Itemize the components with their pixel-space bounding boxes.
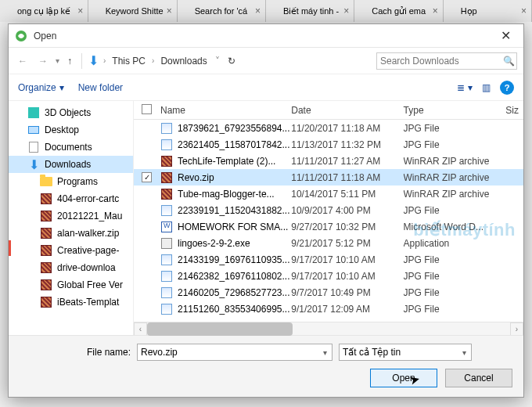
sidebar-item[interactable]: alan-walker.zip: [9, 225, 133, 242]
browser-tab[interactable]: Cach gửi ema×: [354, 0, 443, 22]
cancel-button[interactable]: Cancel: [445, 369, 512, 387]
search-input[interactable]: [377, 56, 501, 67]
sidebar-item[interactable]: 404-error-cartc: [9, 190, 133, 207]
jpg-file-icon: [160, 122, 173, 135]
filetype-combo[interactable]: Tất cả Tệp tin ▾: [339, 344, 472, 361]
sidebar-item[interactable]: Creative-page-: [9, 242, 133, 259]
navigation-pane[interactable]: 3D ObjectsDesktopDocuments⬇DownloadsProg…: [9, 101, 134, 335]
col-name[interactable]: Name: [160, 105, 291, 116]
file-type: Microsoft Word D...: [404, 222, 497, 232]
search-box[interactable]: 🔍: [376, 52, 517, 70]
table-row[interactable]: Tube-mag-Blogger-te...10/14/2017 5:11 PM…: [134, 185, 523, 202]
sidebar-item[interactable]: Desktop: [9, 121, 133, 139]
filename-input[interactable]: [141, 347, 322, 358]
zip-icon: [40, 296, 52, 308]
file-name: Revo.zip: [178, 172, 214, 183]
forward-button[interactable]: →: [35, 54, 51, 68]
tab-close-icon[interactable]: ×: [433, 5, 438, 16]
sidebar-item[interactable]: 20121221_Mau: [9, 207, 133, 225]
tab-close-icon[interactable]: ×: [521, 5, 527, 16]
sidebar-item-label: drive-downloa: [57, 262, 116, 273]
sidebar-item[interactable]: 3D Objects: [9, 104, 133, 121]
table-row[interactable]: 21433199_16976110935...9/17/2017 10:10 A…: [134, 251, 523, 268]
col-date[interactable]: Date: [291, 105, 403, 116]
open-file-dialog: Open ✕ ← → ▾ ↑ ⬇ › This PC › Downloads ˅…: [8, 23, 524, 398]
file-date: 9/17/2017 10:10 AM: [291, 271, 403, 282]
sidebar-item[interactable]: Global Free Ver: [9, 276, 133, 294]
scroll-right-button[interactable]: ›: [510, 322, 523, 336]
row-checkbox[interactable]: ✓: [142, 172, 152, 182]
file-type: WinRAR ZIP archive: [404, 189, 497, 200]
file-date: 11/20/2017 11:18 AM: [291, 123, 403, 134]
preview-pane-toggle[interactable]: ▥: [482, 82, 491, 93]
address-bar: ← → ▾ ↑ ⬇ › This PC › Downloads ˅ ↻ 🔍: [9, 48, 523, 74]
browser-tab[interactable]: Keyword Shitte×: [88, 0, 177, 22]
docs-icon: [27, 141, 40, 153]
toolbar: Organize ▾ New folder ≣ ▾ ▥ ?: [9, 74, 523, 101]
tab-close-icon[interactable]: ×: [255, 5, 261, 16]
file-date: 10/14/2017 5:11 PM: [291, 189, 403, 200]
file-type: JPG File: [404, 205, 497, 216]
file-date: 9/1/2017 12:09 AM: [291, 304, 403, 315]
sidebar-item[interactable]: Documents: [9, 139, 133, 156]
table-row[interactable]: 21462382_16976110802...9/17/2017 10:10 A…: [134, 268, 523, 284]
close-button[interactable]: ✕: [494, 25, 517, 46]
table-row[interactable]: 21460205_72968527723...9/7/2017 10:49 PM…: [134, 284, 523, 301]
new-folder-button[interactable]: New folder: [78, 82, 123, 93]
browser-tab[interactable]: Biết máy tinh -×: [266, 0, 354, 22]
file-name: 21462382_16976110802...: [178, 271, 289, 282]
table-row[interactable]: HOMEWORK FOR SMA...9/27/2017 10:32 PMMic…: [134, 218, 523, 235]
sidebar-item[interactable]: drive-downloa: [9, 259, 133, 276]
help-button[interactable]: ?: [500, 81, 514, 95]
dialog-title: Open: [34, 31, 56, 41]
column-headers[interactable]: Name Date Type Siz: [134, 101, 523, 120]
open-button[interactable]: Open: [370, 369, 437, 387]
col-type[interactable]: Type: [404, 105, 497, 116]
filename-combo[interactable]: ▾: [137, 344, 332, 361]
filetype-dropdown-icon[interactable]: ▾: [461, 348, 468, 357]
sidebar-item[interactable]: ⬇Downloads: [9, 156, 133, 173]
sidebar-item[interactable]: iBeats-Templat: [9, 294, 133, 311]
browser-tab[interactable]: Họp×: [444, 0, 532, 22]
table-row[interactable]: 18739621_67923556894...11/20/2017 11:18 …: [134, 120, 523, 136]
table-row[interactable]: 22339191_11520431882...10/9/2017 4:00 PM…: [134, 202, 523, 218]
zip-icon: [40, 244, 52, 257]
app-icon: [15, 30, 27, 42]
sidebar-item-label: 404-error-cartc: [57, 193, 119, 204]
filename-dropdown-icon[interactable]: ▾: [322, 348, 329, 357]
filetype-value: Tất cả Tệp tin: [343, 347, 401, 358]
path-downloads[interactable]: Downloads: [159, 54, 208, 68]
file-name: Tube-mag-Blogger-te...: [178, 189, 275, 200]
file-type: WinRAR ZIP archive: [404, 156, 497, 167]
scroll-thumb[interactable]: [147, 322, 293, 336]
back-button[interactable]: ←: [15, 54, 31, 68]
zip-file-icon: [160, 171, 173, 184]
horizontal-scrollbar[interactable]: ‹ ›: [134, 322, 523, 335]
recent-dropdown[interactable]: ▾: [56, 56, 59, 65]
table-row[interactable]: ✓Revo.zip11/11/2017 11:18 AMWinRAR ZIP a…: [134, 169, 523, 185]
tab-close-icon[interactable]: ×: [343, 5, 349, 16]
browser-tab[interactable]: Search for 'cá×: [178, 0, 266, 22]
refresh-button[interactable]: ↻: [228, 56, 235, 67]
doc-file-icon: [160, 221, 173, 233]
table-row[interactable]: 21151260_83553406995...9/1/2017 12:09 AM…: [134, 301, 523, 317]
table-row[interactable]: 23621405_11587017842...11/13/2017 11:32 …: [134, 136, 523, 153]
organize-menu[interactable]: Organize ▾: [18, 82, 64, 93]
search-icon[interactable]: 🔍: [501, 56, 516, 67]
select-all-checkbox[interactable]: [142, 104, 152, 114]
path-this-pc[interactable]: This PC: [110, 54, 147, 68]
tab-favicon: [93, 6, 102, 16]
scroll-left-button[interactable]: ‹: [134, 322, 147, 336]
browser-tab[interactable]: ong cụ lập kế×: [0, 0, 88, 22]
col-size[interactable]: Siz: [497, 105, 523, 116]
path-dropdown[interactable]: ˅: [215, 56, 220, 67]
tab-favicon: [448, 6, 458, 16]
table-row[interactable]: lingoes-2-9-2.exe9/21/2017 5:12 PMApplic…: [134, 235, 523, 251]
tab-close-icon[interactable]: ×: [167, 5, 172, 16]
up-button[interactable]: ↑: [64, 54, 75, 68]
sidebar-item-label: Programs: [57, 176, 98, 187]
view-options[interactable]: ≣ ▾: [457, 82, 473, 93]
table-row[interactable]: TechLife-Template (2)...11/11/2017 11:27…: [134, 153, 523, 169]
tab-close-icon[interactable]: ×: [77, 5, 83, 16]
sidebar-item[interactable]: Programs: [9, 173, 133, 190]
